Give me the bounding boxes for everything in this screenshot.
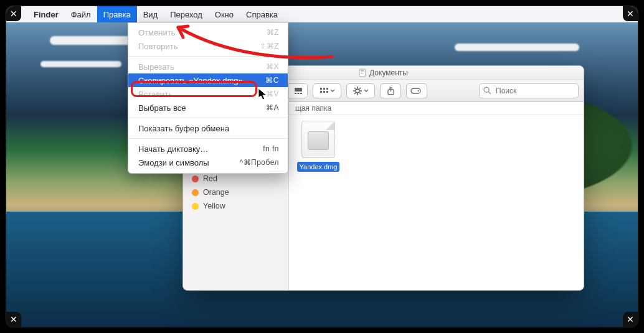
svg-rect-23 xyxy=(326,91,328,93)
svg-line-30 xyxy=(359,93,361,94)
svg-rect-16 xyxy=(297,93,299,94)
menu-go[interactable]: Переход xyxy=(164,6,209,22)
window-title: Документы xyxy=(369,68,408,77)
tag-dot-icon xyxy=(192,189,199,196)
svg-rect-1 xyxy=(361,70,364,71)
file-label: Yandex.dmg xyxy=(297,162,340,172)
svg-rect-2 xyxy=(361,72,364,72)
menu-item-select-all[interactable]: Выбрать все⌘A xyxy=(128,101,288,115)
menu-window[interactable]: Окно xyxy=(209,6,240,22)
menu-bar: Finder Файл Правка Вид Переход Окно Спра… xyxy=(6,6,638,22)
menu-item-show-clipboard[interactable]: Показать буфер обмена xyxy=(128,121,288,135)
frame-corner: ✕ xyxy=(6,312,21,327)
sidebar-tag-yellow[interactable]: Yellow xyxy=(183,199,288,213)
tag-dot-icon xyxy=(192,203,199,210)
view-gallery[interactable] xyxy=(288,84,307,98)
svg-rect-19 xyxy=(323,88,325,90)
edit-menu-dropdown: Отменить⌘Z Повторить⇧⌘Z Вырезать⌘X Скопи… xyxy=(128,22,288,174)
menubar-app-name[interactable]: Finder xyxy=(27,6,65,22)
menu-file[interactable]: Файл xyxy=(65,6,97,22)
frame-corner: ✕ xyxy=(623,6,638,21)
search-icon xyxy=(483,87,491,95)
svg-rect-20 xyxy=(326,88,328,90)
folder-proxy-icon xyxy=(359,68,366,77)
svg-rect-3 xyxy=(361,73,363,73)
menu-help[interactable]: Справка xyxy=(240,6,284,22)
tag-dot-icon xyxy=(192,176,199,182)
svg-rect-15 xyxy=(295,93,296,94)
action-menu[interactable] xyxy=(346,83,375,98)
search-input[interactable] xyxy=(479,83,579,98)
search-field[interactable] xyxy=(479,83,579,98)
sidebar-tag-orange[interactable]: Orange xyxy=(183,185,288,199)
dmg-icon xyxy=(301,121,335,158)
sidebar-tag-red[interactable]: Red xyxy=(183,172,288,185)
menu-item-redo[interactable]: Повторить⇧⌘Z xyxy=(128,39,288,53)
menu-edit[interactable]: Правка xyxy=(97,6,137,22)
svg-point-24 xyxy=(356,89,359,93)
menu-item-paste[interactable]: Вставить⌘V xyxy=(128,87,288,101)
svg-point-36 xyxy=(484,87,489,92)
sidebar-item-label: Yellow xyxy=(203,202,225,210)
content-area[interactable]: щая папка Yandex.dmg xyxy=(289,102,584,290)
sidebar-item-label: Orange xyxy=(203,188,229,197)
svg-rect-18 xyxy=(320,88,322,90)
svg-rect-21 xyxy=(320,91,322,93)
svg-rect-17 xyxy=(300,93,302,94)
path-bar: щая папка xyxy=(289,102,584,115)
share-button[interactable] xyxy=(380,83,401,98)
frame-corner: ✕ xyxy=(623,312,638,327)
frame-corner: ✕ xyxy=(6,6,21,21)
menu-view[interactable]: Вид xyxy=(137,6,164,22)
file-item[interactable]: Yandex.dmg xyxy=(296,121,340,172)
menu-item-emoji[interactable]: Эмодзи и символы^⌘Пробел xyxy=(128,156,288,169)
svg-line-31 xyxy=(359,88,361,89)
svg-line-29 xyxy=(354,88,356,89)
menu-item-undo[interactable]: Отменить⌘Z xyxy=(128,26,288,39)
menu-item-start-dictation[interactable]: Начать диктовку…fn fn xyxy=(128,142,288,156)
svg-line-37 xyxy=(488,91,491,94)
svg-rect-22 xyxy=(323,91,325,93)
menu-item-cut[interactable]: Вырезать⌘X xyxy=(128,60,288,73)
svg-rect-14 xyxy=(295,88,302,91)
tags-button[interactable] xyxy=(406,83,427,98)
arrange-menu[interactable] xyxy=(313,83,341,98)
menu-item-copy[interactable]: Скопировать «Yandex.dmg»⌘C xyxy=(128,73,288,87)
svg-line-32 xyxy=(354,93,356,94)
sidebar-item-label: Red xyxy=(203,174,217,183)
svg-point-35 xyxy=(418,90,419,91)
